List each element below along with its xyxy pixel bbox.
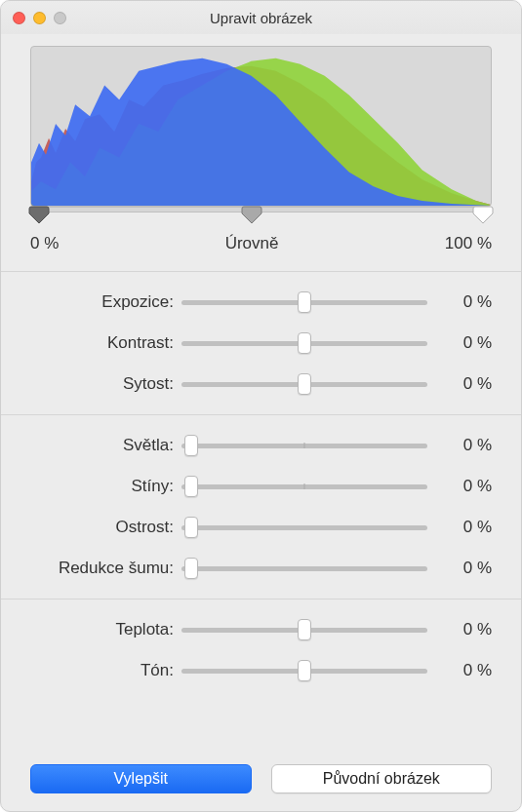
tint-row: Tón:0 % (30, 650, 492, 691)
highlights-center-tick (304, 443, 305, 448)
button-bar: Vylepšit Původní obrázek (30, 754, 492, 793)
tint-value: 0 % (427, 661, 492, 680)
contrast-row: Kontrast:0 % (30, 323, 492, 364)
denoise-knob[interactable] (184, 558, 198, 579)
tint-knob[interactable] (298, 660, 311, 681)
denoise-slider[interactable] (181, 557, 427, 580)
contrast-label: Kontrast: (30, 333, 181, 353)
separator (1, 414, 521, 415)
shadows-slider[interactable] (181, 475, 427, 498)
levels-max-label: 100 % (445, 234, 492, 253)
levels-handle-white[interactable] (472, 205, 494, 224)
temperature-slider[interactable] (181, 618, 427, 641)
content: 0 % Úrovně 100 % Expozice:0 %Kontrast:0 … (1, 34, 521, 811)
shadows-value: 0 % (427, 477, 492, 496)
saturation-label: Sytost: (30, 374, 181, 394)
sharpness-row: Ostrost:0 % (30, 507, 492, 548)
sharpness-label: Ostrost: (30, 518, 181, 537)
contrast-value: 0 % (427, 333, 492, 353)
sharpness-slider[interactable] (181, 516, 427, 539)
levels-center-label: Úrovně (59, 234, 445, 253)
exposure-slider[interactable] (181, 290, 427, 314)
contrast-slider[interactable] (181, 331, 427, 355)
histogram (30, 46, 492, 207)
original-button[interactable]: Původní obrázek (271, 764, 493, 793)
highlights-knob[interactable] (184, 435, 198, 456)
temperature-knob[interactable] (298, 619, 311, 640)
exposure-value: 0 % (427, 292, 492, 312)
highlights-label: Světla: (30, 436, 181, 455)
tint-slider[interactable] (181, 659, 427, 682)
levels-min-label: 0 % (30, 234, 59, 253)
highlights-value: 0 % (427, 436, 492, 455)
sharpness-value: 0 % (427, 518, 492, 537)
highlights-row: Světla:0 % (30, 425, 492, 466)
denoise-track (181, 566, 427, 571)
levels-handle-black[interactable] (28, 205, 50, 224)
window-title: Upravit obrázek (1, 10, 521, 26)
tint-label: Tón: (30, 661, 181, 680)
levels-slider[interactable] (30, 207, 492, 232)
saturation-row: Sytost:0 % (30, 364, 492, 405)
exposure-label: Expozice: (30, 292, 181, 312)
shadows-row: Stíny:0 % (30, 466, 492, 507)
highlights-slider[interactable] (181, 434, 427, 457)
titlebar: Upravit obrázek (1, 1, 521, 34)
denoise-row: Redukce šumu:0 % (30, 548, 492, 589)
denoise-label: Redukce šumu: (30, 559, 181, 578)
separator (1, 599, 521, 599)
exposure-knob[interactable] (298, 291, 311, 313)
temperature-row: Teplota:0 % (30, 609, 492, 650)
edit-image-window: Upravit obrázek (0, 0, 522, 812)
levels-labels: 0 % Úrovně 100 % (30, 234, 492, 253)
contrast-knob[interactable] (298, 332, 311, 354)
temperature-label: Teplota: (30, 620, 181, 639)
shadows-label: Stíny: (30, 477, 181, 496)
shadows-center-tick (304, 483, 305, 489)
sliders-area: Expozice:0 %Kontrast:0 %Sytost:0 %Světla… (30, 282, 492, 691)
sharpness-track (181, 525, 427, 530)
separator (1, 271, 521, 272)
exposure-row: Expozice:0 % (30, 282, 492, 323)
enhance-button[interactable]: Vylepšit (30, 764, 252, 793)
denoise-value: 0 % (427, 559, 492, 578)
histogram-svg (31, 47, 491, 206)
temperature-value: 0 % (427, 620, 492, 639)
saturation-slider[interactable] (181, 372, 427, 396)
shadows-knob[interactable] (184, 476, 198, 497)
sharpness-knob[interactable] (184, 517, 198, 538)
levels-handle-mid[interactable] (241, 205, 262, 224)
saturation-knob[interactable] (298, 373, 311, 395)
saturation-value: 0 % (427, 374, 492, 394)
